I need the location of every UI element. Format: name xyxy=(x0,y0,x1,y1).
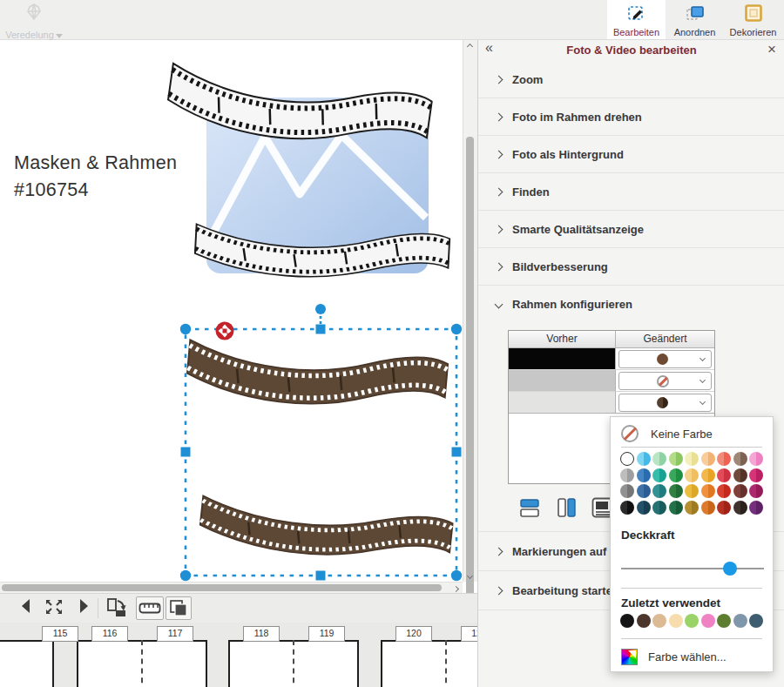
horizontal-scroll-thumb[interactable] xyxy=(2,584,442,591)
slider-track[interactable] xyxy=(621,568,764,569)
resize-handle-w[interactable] xyxy=(181,448,191,457)
palette-color-swatch[interactable] xyxy=(637,452,651,466)
color-dropdown[interactable] xyxy=(618,394,712,412)
fit-view-button[interactable] xyxy=(42,596,66,620)
recent-color-swatch[interactable] xyxy=(637,614,651,628)
palette-color-swatch[interactable] xyxy=(717,484,731,498)
rotate-handle[interactable] xyxy=(315,304,326,314)
color-dropdown[interactable] xyxy=(618,372,712,390)
page-number-label[interactable]: 120 xyxy=(395,626,432,642)
palette-color-swatch[interactable] xyxy=(669,468,683,482)
page-number-label[interactable]: 117 xyxy=(157,626,193,642)
palette-color-swatch[interactable] xyxy=(733,452,747,466)
palette-color-swatch[interactable] xyxy=(669,501,683,515)
canvas-horizontal-scrollbar[interactable] xyxy=(0,582,463,594)
tab-bearbeiten[interactable]: Bearbeiten xyxy=(607,0,666,39)
page-spread-thumbnail[interactable] xyxy=(0,640,54,687)
resize-handle-n[interactable] xyxy=(316,325,326,334)
previous-page-button[interactable] xyxy=(14,596,38,620)
palette-color-swatch[interactable] xyxy=(637,501,651,515)
palette-color-swatch[interactable] xyxy=(652,484,666,498)
palette-color-swatch[interactable] xyxy=(637,468,651,482)
resize-handle-ne[interactable] xyxy=(451,324,462,334)
no-color-option[interactable]: Keine Farbe xyxy=(621,424,762,443)
recent-color-swatch[interactable] xyxy=(652,614,666,628)
recent-color-swatch[interactable] xyxy=(685,614,699,628)
palette-color-swatch[interactable] xyxy=(669,484,683,498)
flip-horizontal-button[interactable] xyxy=(553,495,579,521)
section-smarte-qualitaetsanzeige[interactable]: Smarte Qualitätsanzeige xyxy=(478,211,784,248)
palette-color-swatch[interactable] xyxy=(652,501,666,515)
palette-color-swatch[interactable] xyxy=(749,501,763,515)
page-canvas[interactable]: Masken & Rahmen #106754 xyxy=(0,39,463,582)
palette-color-swatch[interactable] xyxy=(733,468,747,482)
palette-color-swatch[interactable] xyxy=(701,484,715,498)
resize-handle-sw[interactable] xyxy=(180,570,191,581)
recent-color-swatch[interactable] xyxy=(717,614,731,628)
section-foto-als-hintergrund[interactable]: Foto als Hintergrund xyxy=(478,136,784,173)
palette-color-swatch[interactable] xyxy=(749,452,763,466)
palette-color-swatch[interactable] xyxy=(733,484,747,498)
choose-color-option[interactable]: Farbe wählen... xyxy=(621,647,762,666)
section-zoom[interactable]: Zoom xyxy=(478,61,784,98)
palette-color-swatch[interactable] xyxy=(701,452,715,466)
palette-color-swatch[interactable] xyxy=(652,468,666,482)
palette-color-swatch[interactable] xyxy=(685,452,699,466)
mask-preview-graphic[interactable] xyxy=(166,60,450,284)
canvas-vertical-scrollbar[interactable] xyxy=(463,39,478,582)
resize-handle-e[interactable] xyxy=(452,448,462,457)
color-dropdown[interactable] xyxy=(618,350,712,368)
slider-handle[interactable] xyxy=(723,562,737,576)
move-handle[interactable] xyxy=(216,322,234,340)
page-number-label[interactable]: 116 xyxy=(91,626,128,642)
palette-color-swatch[interactable] xyxy=(717,452,731,466)
resize-handle-se[interactable] xyxy=(451,570,462,581)
palette-color-swatch[interactable] xyxy=(620,484,634,498)
scroll-up-icon[interactable] xyxy=(468,43,475,50)
palette-color-swatch[interactable] xyxy=(701,501,715,515)
resize-handle-s[interactable] xyxy=(316,571,326,581)
palette-color-swatch[interactable] xyxy=(717,501,731,515)
tab-dekorieren[interactable]: Dekorieren xyxy=(724,0,782,39)
recent-color-swatch[interactable] xyxy=(749,614,763,628)
ruler-toggle-button[interactable] xyxy=(136,596,164,620)
palette-color-swatch[interactable] xyxy=(620,468,634,482)
page-number-label[interactable]: 118 xyxy=(243,626,280,642)
palette-color-swatch[interactable] xyxy=(717,468,731,482)
opacity-slider[interactable] xyxy=(621,562,764,576)
palette-color-swatch[interactable] xyxy=(652,452,666,466)
scroll-down-icon[interactable] xyxy=(468,572,475,579)
palette-color-swatch[interactable] xyxy=(749,468,763,482)
flip-vertical-button[interactable] xyxy=(517,495,543,521)
page-number-label[interactable]: 119 xyxy=(308,626,345,642)
palette-color-swatch[interactable] xyxy=(733,501,747,515)
layers-toggle-button[interactable] xyxy=(166,596,192,620)
selected-frame-object[interactable] xyxy=(186,337,453,569)
palette-color-swatch[interactable] xyxy=(669,452,683,466)
palette-color-swatch[interactable] xyxy=(637,484,651,498)
recent-color-swatch[interactable] xyxy=(733,614,747,628)
section-foto-im-rahmen-drehen[interactable]: Foto im Rahmen drehen xyxy=(478,98,784,136)
palette-color-swatch[interactable] xyxy=(749,484,763,498)
palette-color-swatch[interactable] xyxy=(685,484,699,498)
panel-close-icon[interactable]: × xyxy=(767,41,776,58)
tab-anordnen[interactable]: Anordnen xyxy=(666,0,724,39)
rotate-page-button[interactable] xyxy=(103,596,131,620)
section-bildverbesserung[interactable]: Bildverbesserung xyxy=(478,248,784,286)
palette-color-swatch[interactable] xyxy=(620,452,634,466)
palette-color-swatch[interactable] xyxy=(685,501,699,515)
palette-color-swatch[interactable] xyxy=(685,468,699,482)
palette-color-swatch[interactable] xyxy=(620,501,634,515)
page-number-label[interactable]: 115 xyxy=(42,626,78,642)
scroll-right-icon[interactable] xyxy=(454,585,461,592)
next-page-button[interactable] xyxy=(71,596,96,620)
veredelung-button[interactable]: Veredelung xyxy=(5,2,63,37)
recent-color-swatch[interactable] xyxy=(701,614,715,628)
section-rahmen-konfigurieren[interactable]: Rahmen konfigurieren xyxy=(478,286,784,323)
palette-color-swatch[interactable] xyxy=(701,468,715,482)
resize-handle-nw[interactable] xyxy=(180,324,191,334)
recent-color-swatch[interactable] xyxy=(620,614,634,628)
vertical-scroll-thumb[interactable] xyxy=(466,137,474,596)
recent-color-swatch[interactable] xyxy=(669,614,683,628)
section-finden[interactable]: Finden xyxy=(478,173,784,211)
